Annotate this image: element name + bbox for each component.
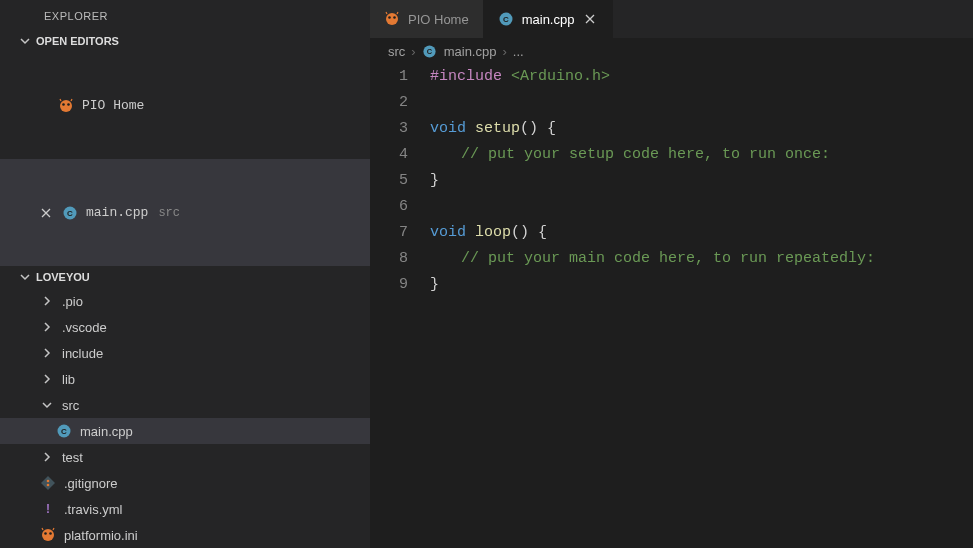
folder-label: test bbox=[62, 450, 83, 465]
open-editor-pio-home[interactable]: PIO Home bbox=[0, 52, 370, 159]
file-label: main.cpp bbox=[80, 424, 133, 439]
folder-label: include bbox=[62, 346, 103, 361]
chevron-down-icon bbox=[40, 398, 54, 412]
cpp-icon: C bbox=[56, 423, 72, 439]
cpp-icon: C bbox=[62, 205, 78, 221]
line-number: 5 bbox=[370, 168, 408, 194]
chevron-right-icon bbox=[40, 450, 54, 464]
pio-icon bbox=[384, 11, 400, 27]
code-line[interactable]: } bbox=[430, 272, 973, 298]
svg-text:C: C bbox=[61, 427, 67, 436]
tab-label: PIO Home bbox=[408, 12, 469, 27]
code-line[interactable] bbox=[430, 194, 973, 220]
tab-pio-home[interactable]: PIO Home bbox=[370, 0, 484, 38]
svg-point-11 bbox=[44, 532, 47, 535]
code-line[interactable]: // put your main code here, to run repea… bbox=[430, 246, 973, 272]
open-editor-main-cpp[interactable]: C main.cpp src bbox=[0, 159, 370, 266]
folder-label: .vscode bbox=[62, 320, 107, 335]
svg-text:C: C bbox=[503, 15, 509, 24]
folder-src[interactable]: src bbox=[0, 392, 370, 418]
line-number: 7 bbox=[370, 220, 408, 246]
file-.travis.yml[interactable]: !.travis.yml bbox=[0, 496, 370, 522]
tab-main-cpp[interactable]: C main.cpp bbox=[484, 0, 614, 38]
svg-point-15 bbox=[393, 16, 396, 19]
folder-include[interactable]: include bbox=[0, 340, 370, 366]
svg-point-8 bbox=[47, 484, 50, 487]
yaml-icon: ! bbox=[40, 501, 56, 517]
line-number: 1 bbox=[370, 64, 408, 90]
folder-label: lib bbox=[62, 372, 75, 387]
file-platformio.ini[interactable]: platformio.ini bbox=[0, 522, 370, 548]
chevron-down-icon bbox=[18, 34, 32, 48]
code-line[interactable]: void loop() { bbox=[430, 220, 973, 246]
folder-lib[interactable]: lib bbox=[0, 366, 370, 392]
file-main.cpp[interactable]: Cmain.cpp bbox=[0, 418, 370, 444]
tab-bar: PIO Home C main.cpp bbox=[370, 0, 973, 38]
code-line[interactable]: #include <Arduino.h> bbox=[430, 64, 973, 90]
svg-point-12 bbox=[49, 532, 52, 535]
code-content[interactable]: #include <Arduino.h> void setup() { // p… bbox=[430, 64, 973, 548]
open-editor-path: src bbox=[158, 200, 180, 226]
pio-icon bbox=[40, 527, 56, 543]
code-line[interactable]: void setup() { bbox=[430, 116, 973, 142]
file-.gitignore[interactable]: .gitignore bbox=[0, 470, 370, 496]
svg-text:!: ! bbox=[46, 502, 50, 516]
file-label: platformio.ini bbox=[64, 528, 138, 543]
svg-point-0 bbox=[60, 100, 72, 112]
close-icon[interactable] bbox=[38, 205, 54, 221]
project-name: LOVEYOU bbox=[36, 271, 90, 283]
folder-.pio[interactable]: .pio bbox=[0, 288, 370, 314]
svg-text:C: C bbox=[67, 209, 73, 218]
chevron-right-icon bbox=[40, 320, 54, 334]
svg-point-1 bbox=[62, 103, 65, 106]
svg-point-14 bbox=[388, 16, 391, 19]
chevron-right-icon bbox=[40, 372, 54, 386]
code-line[interactable]: // put your setup code here, to run once… bbox=[430, 142, 973, 168]
explorer-sidebar: EXPLORER OPEN EDITORS PIO Home C main.cp… bbox=[0, 0, 370, 548]
code-line[interactable] bbox=[430, 90, 973, 116]
line-number: 9 bbox=[370, 272, 408, 298]
file-label: .gitignore bbox=[64, 476, 117, 491]
chevron-right-icon: › bbox=[502, 44, 506, 59]
chevron-right-icon bbox=[40, 294, 54, 308]
code-line[interactable]: } bbox=[430, 168, 973, 194]
open-editor-label: PIO Home bbox=[82, 93, 144, 119]
breadcrumb-seg[interactable]: src bbox=[388, 44, 405, 59]
line-number: 6 bbox=[370, 194, 408, 220]
breadcrumb-seg[interactable]: ... bbox=[513, 44, 524, 59]
file-label: .travis.yml bbox=[64, 502, 123, 517]
project-header[interactable]: LOVEYOU bbox=[0, 266, 370, 288]
line-number: 8 bbox=[370, 246, 408, 272]
folder-label: src bbox=[62, 398, 79, 413]
git-icon bbox=[40, 475, 56, 491]
line-number: 4 bbox=[370, 142, 408, 168]
breadcrumb-seg[interactable]: main.cpp bbox=[444, 44, 497, 59]
breadcrumb[interactable]: src › C main.cpp › ... bbox=[370, 38, 973, 64]
close-icon[interactable] bbox=[582, 11, 598, 27]
svg-point-2 bbox=[67, 103, 70, 106]
folder-label: .pio bbox=[62, 294, 83, 309]
open-editors-label: OPEN EDITORS bbox=[36, 35, 119, 47]
line-number: 2 bbox=[370, 90, 408, 116]
folder-test[interactable]: test bbox=[0, 444, 370, 470]
editor-area: PIO Home C main.cpp src › C main.cpp › .… bbox=[370, 0, 973, 548]
line-number: 3 bbox=[370, 116, 408, 142]
chevron-right-icon: › bbox=[411, 44, 415, 59]
cpp-icon: C bbox=[498, 11, 514, 27]
folder-.vscode[interactable]: .vscode bbox=[0, 314, 370, 340]
explorer-title: EXPLORER bbox=[0, 0, 370, 30]
pio-icon bbox=[58, 98, 74, 114]
file-tree: .pio.vscodeincludelibsrcCmain.cpptest.gi… bbox=[0, 288, 370, 548]
tab-label: main.cpp bbox=[522, 12, 575, 27]
code-editor[interactable]: 123456789 #include <Arduino.h> void setu… bbox=[370, 64, 973, 548]
cpp-icon: C bbox=[422, 43, 438, 59]
open-editors-header[interactable]: OPEN EDITORS bbox=[0, 30, 370, 52]
open-editor-label: main.cpp bbox=[86, 200, 148, 226]
svg-text:C: C bbox=[427, 47, 433, 56]
line-numbers: 123456789 bbox=[370, 64, 430, 548]
svg-point-10 bbox=[42, 529, 54, 541]
svg-point-13 bbox=[386, 13, 398, 25]
chevron-down-icon bbox=[18, 270, 32, 284]
chevron-right-icon bbox=[40, 346, 54, 360]
svg-point-7 bbox=[47, 480, 50, 483]
